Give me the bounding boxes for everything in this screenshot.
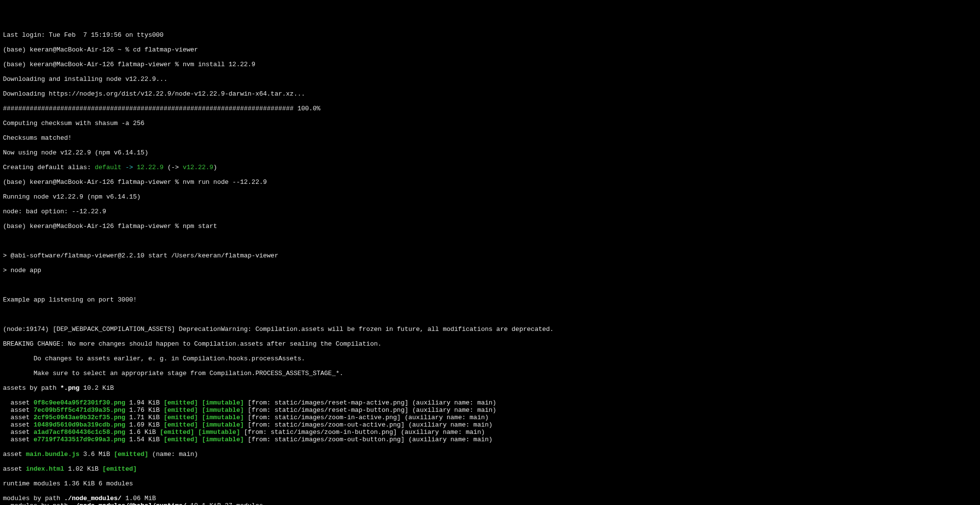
output-line: Downloading and installing node v12.22.9… [3,76,977,83]
blank-line [3,311,977,318]
output-line: Downloading https://nodejs.org/dist/v12.… [3,90,977,98]
output-line: Example app listening on port 3000! [3,296,977,303]
output-line: node: bad option: --12.22.9 [3,208,977,215]
asset-line: asset index.html 1.02 KiB [emitted] [3,465,977,473]
module-path-line: modules by path ./node_modules/@babel/ru… [3,502,977,505]
blank-line [3,237,977,245]
output-line: Now using node v12.22.9 (npm v6.14.15) [3,149,977,156]
module-path-line: modules by path ./node_modules/ 1.06 MiB [3,495,977,502]
assets-list: asset 0f8c9ee04a95f2301f30.png 1.94 KiB … [3,399,977,443]
blank-line [3,281,977,289]
output-line: runtime modules 1.36 KiB 6 modules [3,480,977,487]
output-line: > node app [3,267,977,274]
asset-line: asset 0f8c9ee04a95f2301f30.png 1.94 KiB … [3,399,977,406]
cmd-line: (base) keeran@MacBook-Air-126 flatmap-vi… [3,61,977,68]
output-line: Running node v12.22.9 (npm v6.14.15) [3,193,977,201]
output-line: > @abi-software/flatmap-viewer@2.2.10 st… [3,252,977,259]
modules-list: modules by path ./node_modules/ 1.06 MiB… [3,495,977,505]
login-line: Last login: Tue Feb 7 15:19:56 on ttys00… [3,31,977,39]
terminal-output[interactable]: Last login: Tue Feb 7 15:19:56 on ttys00… [3,24,977,505]
output-line: Do changes to assets earlier, e. g. in C… [3,355,977,362]
output-line: Make sure to select an appropriate stage… [3,370,977,377]
output-line: Checksums matched! [3,134,977,142]
alias-line: Creating default alias: default -> 12.22… [3,164,977,171]
asset-line: asset e7719f7433517d9c99a3.png 1.54 KiB … [3,436,977,443]
asset-line: asset 10489d5610d9ba319cdb.png 1.69 KiB … [3,421,977,429]
assets-header: assets by path *.png 10.2 KiB [3,384,977,392]
cmd-line: (base) keeran@MacBook-Air-126 flatmap-vi… [3,223,977,230]
cmd-line: (base) keeran@MacBook-Air-126 ~ % cd fla… [3,46,977,53]
asset-line: asset a1ad7acf8604436c1c58.png 1.6 KiB [… [3,429,977,436]
progress-line: ########################################… [3,105,977,112]
output-line: BREAKING CHANGE: No more changes should … [3,340,977,348]
cmd-line: (base) keeran@MacBook-Air-126 flatmap-vi… [3,178,977,186]
warning-line: (node:19174) [DEP_WEBPACK_COMPILATION_AS… [3,326,977,333]
asset-line: asset 2cf95c0943ae9b32cf35.png 1.71 KiB … [3,414,977,421]
asset-line: asset main.bundle.js 3.6 MiB [emitted] (… [3,451,977,458]
asset-line: asset 7ec09b5ff5c471d39a35.png 1.76 KiB … [3,406,977,414]
output-line: Computing checksum with shasum -a 256 [3,120,977,127]
